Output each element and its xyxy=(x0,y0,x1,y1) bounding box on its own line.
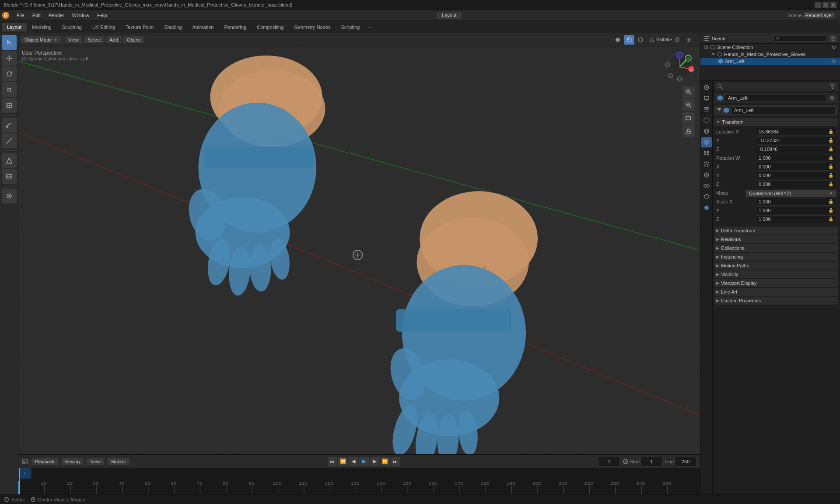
arm-left-name-field[interactable]: Arm_Left xyxy=(731,106,836,114)
object-name-field[interactable]: Arm_Left xyxy=(725,94,827,102)
line-art-section[interactable]: ▶ Line Art xyxy=(714,288,838,296)
relations-section[interactable]: ▶ Relations xyxy=(714,235,838,243)
tool-annotate[interactable] xyxy=(2,118,17,133)
tool-add-object[interactable] xyxy=(2,153,17,168)
tool-measure[interactable] xyxy=(2,133,17,148)
constraints-tab[interactable] xyxy=(701,181,712,191)
tab-sculpting[interactable]: Sculpting xyxy=(57,23,87,32)
scale-x-value[interactable]: 1.000 🔒 xyxy=(756,198,836,206)
lock-camera[interactable] xyxy=(682,125,695,137)
loc-z-copy[interactable]: 🔒 xyxy=(828,147,833,151)
tab-geometry-nodes[interactable]: Geometry Nodes xyxy=(289,23,336,32)
menu-file[interactable]: File xyxy=(13,12,28,19)
arm-vis-icon[interactable] xyxy=(831,59,836,64)
physics-tab[interactable] xyxy=(701,170,712,180)
step-back-button[interactable]: ◀ xyxy=(349,457,358,466)
marker-menu[interactable]: Marker xyxy=(108,458,130,465)
tool-scale[interactable] xyxy=(2,82,17,97)
scene-collection-row[interactable]: Scene Collection xyxy=(700,44,840,51)
loc-y-value[interactable]: -10.37331 🔒 xyxy=(756,136,836,144)
tool-cursor[interactable] xyxy=(2,35,17,50)
zoom-in-button[interactable] xyxy=(682,86,695,98)
viewport-shading-material[interactable] xyxy=(624,35,634,45)
tool-rotate[interactable] xyxy=(2,66,17,81)
tab-modeling[interactable]: Modeling xyxy=(27,23,57,32)
mode-dropdown[interactable]: Quaternion (WXYZ) ▼ xyxy=(746,190,836,197)
filter-icon-2[interactable] xyxy=(830,84,836,90)
instancing-section[interactable]: ▶ Instancing xyxy=(714,253,838,261)
viewport-shading-rendered[interactable] xyxy=(635,35,646,45)
scale-z-copy[interactable]: 🔒 xyxy=(828,217,833,221)
motion-paths-section[interactable]: ▶ Motion Paths xyxy=(714,262,838,270)
add-menu[interactable]: Add xyxy=(106,36,122,43)
visibility-icon[interactable] xyxy=(831,45,836,50)
jump-end-button[interactable]: ⏭ xyxy=(391,457,400,466)
tab-animation[interactable]: Animation xyxy=(187,23,219,32)
visibility-section[interactable]: ▶ Visibility xyxy=(714,270,838,278)
snap-toggle[interactable] xyxy=(672,35,682,45)
step-forward-button[interactable]: ▶ xyxy=(370,457,379,466)
arm-left-row[interactable]: Arm_Left xyxy=(700,58,840,65)
transform-section-header[interactable]: ▼ Transform xyxy=(714,118,838,126)
jump-start-button[interactable]: ⏮ xyxy=(328,457,337,466)
menu-help[interactable]: Help xyxy=(94,12,111,19)
scale-y-copy[interactable]: 🔒 xyxy=(828,208,833,213)
menu-render[interactable]: Render xyxy=(45,12,68,19)
scale-z-value[interactable]: 1.000 🔒 xyxy=(756,215,836,223)
navigation-gizmo[interactable]: Y X Z xyxy=(664,52,695,82)
loc-x-copy[interactable]: 🔒 xyxy=(828,129,833,134)
tool-transform[interactable] xyxy=(2,98,17,113)
proportional-edit[interactable] xyxy=(683,35,694,45)
output-tab[interactable] xyxy=(701,93,712,104)
rot-z-copy[interactable]: 🔒 xyxy=(828,182,833,186)
viewport-shading-solid[interactable] xyxy=(612,35,623,45)
camera-button[interactable] xyxy=(682,112,695,124)
keying-menu[interactable]: Keying xyxy=(62,458,84,465)
world-tab[interactable] xyxy=(701,126,712,136)
rot-x-copy[interactable]: 🔒 xyxy=(828,164,833,169)
viewport-shading-wireframe[interactable] xyxy=(647,35,657,45)
select-menu[interactable]: Select xyxy=(84,36,105,43)
play-button[interactable]: ▶ xyxy=(359,457,369,466)
hands-collection-row[interactable]: Hands_in_Medical_Protective_Gloves xyxy=(700,51,840,58)
tool-measure-2[interactable] xyxy=(2,169,17,184)
loc-y-copy[interactable]: 🔒 xyxy=(828,138,833,143)
viewport-display-section[interactable]: ▶ Viewport Display xyxy=(714,279,838,287)
loc-x-value[interactable]: 15.86364 🔒 xyxy=(756,128,836,136)
menu-window[interactable]: Window xyxy=(69,12,93,19)
scale-x-copy[interactable]: 🔒 xyxy=(828,199,833,204)
object-menu[interactable]: Object xyxy=(123,36,144,43)
delta-transform-section[interactable]: ▶ Delta Transform xyxy=(714,227,838,234)
rot-w-copy[interactable]: 🔒 xyxy=(828,155,833,160)
current-frame-input[interactable] xyxy=(598,457,620,466)
tab-texture-paint[interactable]: Texture Paint xyxy=(120,23,159,32)
global-local-toggle[interactable]: Global ▼ xyxy=(659,35,670,45)
rot-y-value[interactable]: 0.000 🔒 xyxy=(756,172,836,179)
tab-scripting[interactable]: Scripting xyxy=(336,23,365,32)
view-menu[interactable]: View xyxy=(65,36,82,43)
tab-compositing[interactable]: Compositing xyxy=(252,23,289,32)
properties-search-input[interactable] xyxy=(725,84,828,90)
particles-tab[interactable] xyxy=(701,159,712,169)
prev-keyframe-button[interactable]: ⏪ xyxy=(338,457,348,466)
zoom-out-button[interactable] xyxy=(682,99,695,111)
menu-edit[interactable]: Edit xyxy=(29,12,44,19)
custom-properties-section[interactable]: ▶ Custom Properties xyxy=(714,297,838,304)
rot-z-value[interactable]: 0.000 🔒 xyxy=(756,180,836,188)
view-layer-tab[interactable] xyxy=(701,104,712,115)
tab-uv-editing[interactable]: UV Editing xyxy=(87,23,120,32)
obj-vis-icon[interactable] xyxy=(829,94,836,102)
loc-z-value[interactable]: -0.10846 🔒 xyxy=(756,145,836,153)
minimize-button[interactable]: ─ xyxy=(815,2,821,8)
mode-dropdown[interactable]: Object Mode ▼ xyxy=(21,36,61,43)
start-frame-input[interactable] xyxy=(640,457,662,466)
maximize-button[interactable]: □ xyxy=(822,2,829,8)
collections-section[interactable]: ▶ Collections xyxy=(714,244,838,252)
material-tab[interactable] xyxy=(701,203,712,213)
data-tab[interactable] xyxy=(701,192,712,202)
tool-move[interactable] xyxy=(2,51,17,66)
object-tab[interactable] xyxy=(701,137,712,147)
next-keyframe-button[interactable]: ⏩ xyxy=(380,457,390,466)
close-button[interactable]: ✕ xyxy=(830,2,836,8)
rot-x-value[interactable]: 0.000 🔒 xyxy=(756,163,836,171)
